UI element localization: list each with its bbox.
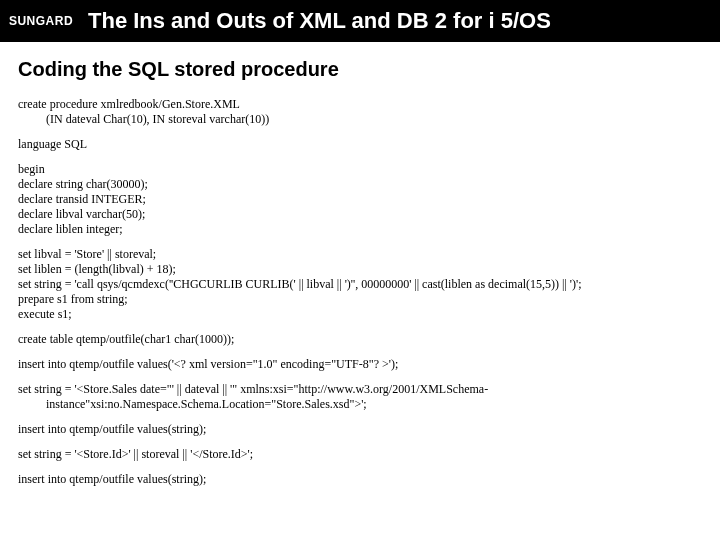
logo: SUNGARD [0, 0, 82, 42]
code-line: language SQL [18, 137, 702, 152]
code-line: declare libval varchar(50); [18, 207, 702, 222]
code-line: insert into qtemp/outfile values(string)… [18, 422, 702, 437]
header-bar: SUNGARD The Ins and Outs of XML and DB 2… [0, 0, 720, 42]
section-heading: Coding the SQL stored procedure [18, 58, 702, 81]
code-line: set string = '<Store.Sales date="' || da… [18, 382, 702, 397]
code-line: execute s1; [18, 307, 702, 322]
code-line: instance"xsi:no.Namespace.Schema.Locatio… [18, 397, 702, 412]
code-line: begin [18, 162, 702, 177]
code-line: prepare s1 from string; [18, 292, 702, 307]
code-line: create table qtemp/outfile(char1 char(10… [18, 332, 702, 347]
code-line: set liblen = (length(libval) + 18); [18, 262, 702, 277]
code-line: insert into qtemp/outfile values('<? xml… [18, 357, 702, 372]
code-line: insert into qtemp/outfile values(string)… [18, 472, 702, 487]
code-line: set libval = 'Store' || storeval; [18, 247, 702, 262]
code-line: set string = '<Store.Id>' || storeval ||… [18, 447, 702, 462]
code-line: declare string char(30000); [18, 177, 702, 192]
page-title: The Ins and Outs of XML and DB 2 for i 5… [82, 0, 720, 42]
code-block: create procedure xmlredbook/Gen.Store.XM… [18, 97, 702, 487]
content-area: Coding the SQL stored procedure create p… [0, 42, 720, 497]
code-line: declare transid INTEGER; [18, 192, 702, 207]
code-line: (IN dateval Char(10), IN storeval varcha… [18, 112, 702, 127]
code-line: declare liblen integer; [18, 222, 702, 237]
code-line: create procedure xmlredbook/Gen.Store.XM… [18, 97, 702, 112]
code-line: set string = 'call qsys/qcmdexc(''CHGCUR… [18, 277, 702, 292]
